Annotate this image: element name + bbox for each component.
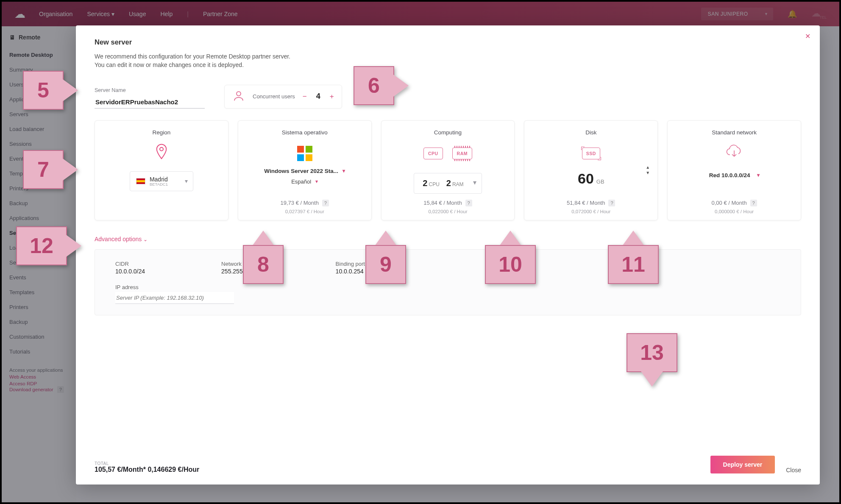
mask-label: Network mask	[221, 261, 259, 267]
computing-price: 15,84 € / Month	[423, 200, 462, 206]
help-icon[interactable]: ?	[608, 200, 615, 206]
total-label: TOTAL	[95, 461, 199, 466]
os-price: 19,73 € / Month	[281, 200, 319, 206]
network-price: 0,00 € / Month	[712, 200, 747, 206]
server-name-label: Server Name	[95, 87, 205, 93]
card-os: Sistema operativo Windows Server 2022 St…	[238, 120, 372, 220]
region-select[interactable]: Madrid BETADC1	[130, 171, 193, 191]
ram-icon: RAM	[452, 148, 472, 159]
cloud-download-icon	[726, 145, 743, 162]
computing-select[interactable]: 2CPU 2RAM	[414, 173, 482, 194]
card-computing: Computing CPU RAM 2CPU 2RAM 15,84 € / Mo…	[381, 120, 515, 220]
concurrent-users-widget: Concurrent users − 4 +	[224, 85, 342, 109]
os-price-hour: 0,027397 € / Hour	[285, 209, 324, 220]
help-icon[interactable]: ?	[322, 200, 329, 206]
flag-spain-icon	[136, 178, 145, 184]
cidr-label: CIDR	[115, 261, 145, 267]
svg-point-0	[237, 92, 241, 96]
os-select[interactable]: Windows Server 2022 Sta...	[264, 168, 345, 174]
os-language-select[interactable]: Español	[291, 178, 318, 185]
ip-address-input[interactable]	[115, 292, 234, 304]
ssd-icon: SSD	[582, 148, 600, 159]
svg-point-1	[160, 147, 163, 150]
card-network: Standard network Red 10.0.0.0/24 0,00 € …	[667, 120, 801, 220]
cidr-value: 10.0.0.0/24	[115, 268, 145, 275]
disk-stepper[interactable]: ▲▼	[646, 165, 650, 175]
card-computing-title: Computing	[434, 129, 462, 136]
network-select[interactable]: Red 10.0.0.0/24	[709, 172, 760, 178]
binding-value: 10.0.0.254	[336, 268, 365, 275]
disk-unit: GB	[596, 178, 604, 185]
modal-title: New server	[95, 38, 801, 46]
card-network-title: Standard network	[712, 129, 757, 136]
help-icon[interactable]: ?	[465, 200, 472, 206]
disk-price-hour: 0,072000 € / Hour	[571, 209, 610, 220]
ip-label: IP adress	[115, 284, 780, 290]
new-server-modal: ✕ New server We recommend this configura…	[76, 25, 820, 485]
user-icon	[232, 89, 245, 104]
increment-button[interactable]: +	[330, 92, 334, 101]
network-price-hour: 0,000000 € / Hour	[715, 209, 754, 220]
card-region-title: Region	[153, 129, 171, 136]
close-icon[interactable]: ✕	[805, 32, 810, 40]
cpu-icon: CPU	[423, 148, 443, 159]
binding-label: Binding port	[336, 261, 365, 267]
card-region: Region Madrid BETADC1	[95, 120, 228, 220]
disk-price: 51,84 € / Month	[567, 200, 605, 206]
server-name-field: Server Name	[95, 87, 205, 109]
card-os-title: Sistema operativo	[282, 129, 328, 136]
help-icon[interactable]: ?	[750, 200, 757, 206]
computing-price-hour: 0,022000 € / Hour	[428, 209, 467, 220]
card-disk-title: Disk	[585, 129, 596, 136]
concurrent-users-label: Concurrent users	[253, 93, 295, 100]
region-dc: BETADC1	[150, 182, 168, 187]
deploy-server-button[interactable]: Deploy server	[710, 456, 775, 473]
concurrent-users-value: 4	[316, 92, 320, 101]
advanced-options-toggle[interactable]: Advanced options	[95, 236, 801, 242]
mask-value: 255.255.255.0	[221, 268, 259, 275]
server-name-input[interactable]	[95, 96, 205, 109]
modal-intro-1: We recommend this configuration for your…	[95, 52, 801, 61]
disk-value: 60	[578, 170, 594, 187]
modal-intro-2: You can edit it now or make changes once…	[95, 61, 801, 69]
card-disk: Disk SSD 60 GB ▲▼ 51,84 € / Month? 0,072…	[524, 120, 658, 220]
total-value: 105,57 €/Month* 0,146629 €/Hour	[95, 466, 199, 473]
windows-logo-icon	[297, 146, 312, 161]
decrement-button[interactable]: −	[303, 92, 307, 101]
close-button[interactable]: Close	[786, 467, 801, 473]
advanced-options-panel: CIDR10.0.0.0/24 Network mask255.255.255.…	[95, 249, 801, 315]
location-pin-icon	[155, 144, 168, 163]
